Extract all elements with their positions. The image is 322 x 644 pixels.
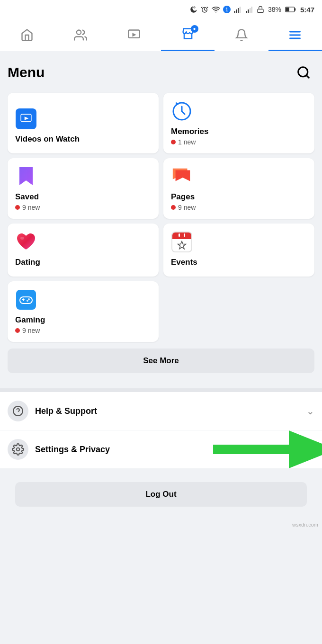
- pages-badge: 9 new: [171, 204, 307, 211]
- svg-point-33: [27, 300, 28, 302]
- svg-rect-2: [234, 11, 235, 13]
- gaming-badge: 9 new: [15, 327, 151, 334]
- svg-rect-6: [246, 11, 247, 13]
- status-bar: 1 38% 5:47: [0, 0, 322, 19]
- signal-badge: 1: [223, 6, 231, 13]
- pages-icon-wrap: [171, 166, 193, 188]
- nav-item-menu[interactable]: [268, 19, 322, 51]
- memories-icon: [171, 101, 192, 122]
- svg-rect-13: [295, 8, 296, 10]
- gaming-badge-text: 9 new: [22, 327, 40, 334]
- svg-rect-5: [240, 7, 241, 13]
- memories-badge: 1 new: [171, 138, 307, 146]
- svg-point-14: [77, 30, 81, 35]
- svg-marker-28: [178, 242, 186, 249]
- wifi-icon: [211, 5, 221, 14]
- help-icon-wrap: [8, 401, 28, 421]
- nav-item-friends[interactable]: [54, 19, 107, 51]
- dating-heart-icon: [15, 232, 37, 252]
- alarm-icon: [200, 5, 209, 14]
- svg-rect-31: [23, 298, 24, 301]
- menu-card-dating[interactable]: Dating: [8, 224, 159, 277]
- menu-card-gaming[interactable]: Gaming 9 new: [8, 281, 159, 342]
- pages-badge-text: 9 new: [178, 204, 196, 211]
- videos-on-watch-label: Videos on Watch: [15, 134, 151, 144]
- memories-label: Memories: [171, 127, 307, 136]
- memories-icon-wrap: [171, 100, 193, 122]
- menu-card-pages[interactable]: Pages 9 new: [163, 158, 314, 219]
- main-content: Menu Videos on Watch: [0, 52, 322, 388]
- settings-privacy-item[interactable]: Settings & Privacy: [0, 430, 322, 469]
- svg-point-36: [17, 448, 20, 451]
- events-label: Events: [171, 258, 307, 267]
- logout-button[interactable]: Log Out: [15, 482, 307, 507]
- lock-icon: [257, 5, 264, 14]
- moon-icon: [189, 5, 198, 14]
- page-title: Menu: [8, 64, 45, 80]
- memories-badge-text: 1 new: [178, 138, 196, 146]
- marketplace-badge: ●: [191, 25, 198, 33]
- page-header: Menu: [8, 60, 314, 85]
- section-divider: [0, 388, 322, 392]
- pages-label: Pages: [171, 192, 307, 202]
- dating-icon-wrap: [15, 231, 37, 253]
- gaming-label: Gaming: [15, 315, 151, 325]
- see-more-button[interactable]: See More: [8, 349, 314, 373]
- saved-icon-wrap: [15, 166, 37, 188]
- gaming-badge-dot: [15, 328, 20, 333]
- svg-marker-16: [133, 33, 136, 36]
- green-arrow: [213, 428, 322, 471]
- svg-marker-23: [25, 116, 29, 120]
- battery-icon: [285, 6, 296, 13]
- gaming-controller-icon: [16, 290, 36, 310]
- watch-play-icon: [20, 113, 32, 125]
- svg-rect-12: [286, 8, 289, 12]
- nav-item-home[interactable]: [0, 19, 54, 51]
- svg-point-0: [194, 7, 195, 8]
- watch-icon-wrap: [15, 108, 37, 130]
- svg-marker-37: [213, 430, 322, 468]
- help-icon: [12, 405, 24, 417]
- svg-line-21: [306, 75, 309, 78]
- watermark: wsxdn.com: [0, 520, 322, 529]
- events-calendar-icon: [171, 232, 192, 252]
- saved-badge: 9 new: [15, 204, 151, 211]
- help-chevron-icon: ⌄: [306, 405, 314, 417]
- saved-badge-text: 9 new: [22, 204, 40, 211]
- signal-icon: [233, 5, 242, 14]
- saved-badge-dot: [15, 205, 20, 210]
- nav-bar: ●: [0, 19, 322, 52]
- events-icon-wrap: [171, 231, 193, 253]
- search-icon: [296, 65, 311, 80]
- svg-rect-4: [238, 8, 239, 13]
- battery-level: 38%: [268, 6, 281, 13]
- svg-marker-26: [176, 170, 190, 181]
- svg-point-32: [28, 298, 30, 300]
- menu-card-memories[interactable]: Memories 1 new: [163, 93, 314, 153]
- settings-icon-wrap: [8, 439, 28, 460]
- svg-rect-10: [258, 9, 263, 12]
- logout-section: Log Out: [0, 469, 322, 520]
- svg-rect-3: [236, 9, 237, 13]
- nav-item-notifications[interactable]: [215, 19, 268, 51]
- search-button[interactable]: [293, 62, 314, 83]
- saved-bookmark-icon: [18, 166, 35, 187]
- memories-badge-dot: [171, 140, 176, 144]
- status-time: 5:47: [300, 6, 314, 14]
- gamepad-icon: [19, 295, 33, 305]
- svg-rect-29: [20, 297, 32, 304]
- nav-item-watch[interactable]: [107, 19, 161, 51]
- pages-badge-dot: [171, 205, 176, 210]
- svg-point-27: [20, 237, 24, 240]
- settings-gear-icon: [12, 443, 24, 456]
- menu-card-events[interactable]: Events: [163, 224, 314, 277]
- pages-flags-icon: [171, 166, 193, 187]
- status-icons: 1: [189, 5, 264, 14]
- saved-label: Saved: [15, 192, 151, 202]
- menu-grid: Videos on Watch Memories 1 new: [8, 93, 314, 342]
- menu-card-videos-on-watch[interactable]: Videos on Watch: [8, 93, 159, 153]
- dating-label: Dating: [15, 258, 151, 267]
- menu-card-saved[interactable]: Saved 9 new: [8, 158, 159, 219]
- help-support-item[interactable]: Help & Support ⌄: [0, 392, 322, 430]
- nav-item-marketplace[interactable]: ●: [161, 19, 215, 51]
